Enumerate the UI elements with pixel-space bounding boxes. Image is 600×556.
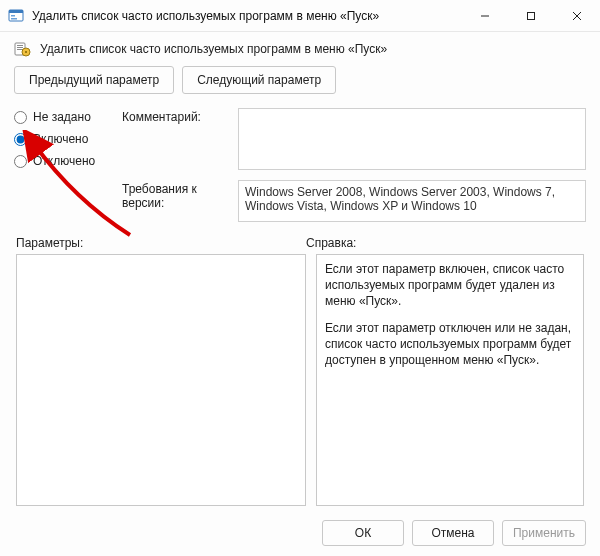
close-button[interactable] — [554, 0, 600, 31]
policy-title: Удалить список часто используемых програ… — [40, 42, 387, 56]
help-paragraph: Если этот параметр включен, список часто… — [325, 261, 575, 310]
help-panel: Если этот параметр включен, список часто… — [316, 254, 584, 506]
app-icon — [8, 8, 24, 24]
svg-rect-7 — [17, 47, 23, 48]
options-label: Параметры: — [16, 236, 306, 250]
svg-rect-3 — [11, 18, 17, 20]
radio-disabled-input[interactable] — [14, 155, 27, 168]
options-panel — [16, 254, 306, 506]
radio-enabled-input[interactable] — [14, 133, 27, 146]
svg-rect-1 — [9, 10, 23, 13]
svg-rect-4 — [528, 12, 535, 19]
radio-enabled[interactable]: Включено — [14, 132, 116, 146]
window-controls — [462, 0, 600, 31]
previous-setting-button[interactable]: Предыдущий параметр — [14, 66, 174, 94]
next-setting-button[interactable]: Следующий параметр — [182, 66, 336, 94]
requirements-label: Требования к версии: — [122, 180, 232, 210]
svg-rect-6 — [17, 45, 23, 46]
maximize-button[interactable] — [508, 0, 554, 31]
policy-header: Удалить список часто используемых програ… — [14, 40, 586, 58]
comment-field[interactable] — [238, 108, 586, 170]
minimize-button[interactable] — [462, 0, 508, 31]
help-paragraph: Если этот параметр отключен или не задан… — [325, 320, 575, 369]
radio-enabled-label: Включено — [33, 132, 88, 146]
svg-rect-2 — [11, 15, 15, 17]
state-radio-group: Не задано Включено Отключено — [14, 108, 116, 168]
svg-rect-10 — [25, 51, 27, 53]
comment-label: Комментарий: — [122, 108, 232, 124]
apply-button[interactable]: Применить — [502, 520, 586, 546]
requirements-field[interactable] — [238, 180, 586, 222]
help-label: Справка: — [306, 236, 584, 250]
radio-disabled[interactable]: Отключено — [14, 154, 116, 168]
titlebar: Удалить список часто используемых програ… — [0, 0, 600, 32]
radio-not-configured[interactable]: Не задано — [14, 110, 116, 124]
cancel-button[interactable]: Отмена — [412, 520, 494, 546]
radio-not-configured-label: Не задано — [33, 110, 91, 124]
policy-icon — [14, 40, 32, 58]
ok-button[interactable]: ОК — [322, 520, 404, 546]
window-title: Удалить список часто используемых програ… — [32, 9, 462, 23]
radio-disabled-label: Отключено — [33, 154, 95, 168]
radio-not-configured-input[interactable] — [14, 111, 27, 124]
dialog-buttons: ОК Отмена Применить — [322, 520, 586, 546]
